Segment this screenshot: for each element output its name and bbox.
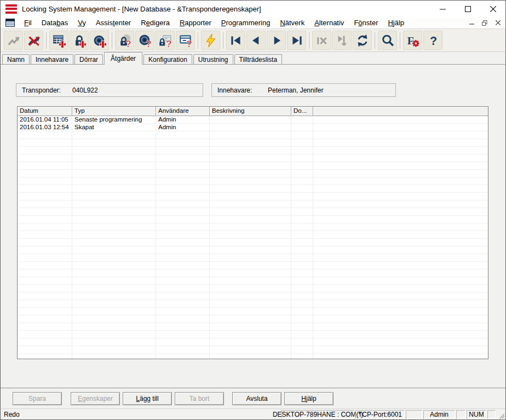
- toolbar-separator: [198, 32, 198, 49]
- table-cell: [291, 185, 313, 192]
- minimize-button[interactable]: [430, 1, 455, 17]
- l-gg-till-button[interactable]: Lägg till: [123, 392, 172, 405]
- table-cell: [18, 300, 72, 307]
- menu-programmering[interactable]: Programmering: [216, 18, 275, 28]
- tab-d-rrar[interactable]: Dörrar: [74, 54, 103, 65]
- tab-namn[interactable]: Namn: [2, 54, 30, 65]
- first-record-button[interactable]: [226, 31, 245, 50]
- add-locking-plan-button[interactable]: [49, 31, 68, 50]
- table-cell: Senaste programmering: [72, 116, 156, 123]
- read-window-button[interactable]: ?: [176, 31, 195, 50]
- read-lock-button[interactable]: ?: [115, 31, 134, 50]
- tab-tilltr-deslista[interactable]: Tillträdeslista: [234, 54, 283, 65]
- tab-utrustning[interactable]: Utrustning: [193, 54, 233, 65]
- menu-hj-lp[interactable]: Hjälp: [383, 18, 409, 28]
- table-cell: [291, 354, 313, 359]
- previous-record-icon: [249, 33, 263, 48]
- mdi-minimize-icon[interactable]: [467, 19, 476, 27]
- table-cell: [291, 254, 313, 261]
- table-cell: [313, 285, 488, 292]
- column-header-beskrivning[interactable]: Beskrivning: [210, 107, 291, 116]
- menu-assistenter[interactable]: Assistenter: [91, 18, 136, 28]
- read-transponder-button[interactable]: ?: [135, 31, 154, 50]
- column-header-typ[interactable]: Typ: [72, 107, 156, 116]
- tab-konfiguration[interactable]: Konfiguration: [143, 54, 192, 65]
- refresh-icon: [355, 33, 370, 48]
- close-button[interactable]: [480, 1, 505, 17]
- help-icon: ?: [426, 33, 440, 48]
- table-cell: [18, 131, 72, 139]
- table-cell: [210, 231, 291, 238]
- table-cell: [291, 116, 313, 123]
- search-button[interactable]: [378, 31, 397, 50]
- table-cell: [18, 338, 72, 346]
- column-header-do-[interactable]: Do...: [291, 107, 313, 116]
- avsluta-button[interactable]: Avsluta: [232, 392, 281, 405]
- tab-innehavare[interactable]: Innehavare: [31, 54, 73, 65]
- toolbar: ????F?: [1, 29, 505, 52]
- table-cell: [210, 300, 291, 307]
- table-row[interactable]: 2016.01.03 12:54SkapatAdmin: [18, 124, 488, 131]
- last-record-button[interactable]: [287, 31, 306, 50]
- menu-vy[interactable]: Vy: [73, 18, 91, 28]
- read-lock-data-button[interactable]: ?: [156, 31, 175, 50]
- table-cell: [291, 300, 313, 307]
- menu-rapporter[interactable]: Rapporter: [175, 18, 216, 28]
- tab--tg-rder[interactable]: Åtgärder: [104, 52, 142, 65]
- menu-n-tverk[interactable]: Nätverk: [275, 18, 309, 28]
- resize-grip[interactable]: [497, 410, 505, 419]
- previous-record-button[interactable]: [246, 31, 266, 50]
- column-header-anv-ndare[interactable]: Användare: [156, 107, 210, 116]
- table-row-empty: [18, 308, 488, 315]
- table-row-empty: [18, 239, 488, 246]
- refresh-button[interactable]: [353, 31, 372, 50]
- maximize-button[interactable]: [455, 1, 480, 17]
- table-cell: [210, 354, 291, 359]
- table-row[interactable]: 2016.01.04 11:05Senaste programmeringAdm…: [18, 116, 488, 124]
- column-header-datum[interactable]: Datum: [18, 107, 72, 116]
- table-cell: [210, 262, 291, 269]
- hj-lp-button[interactable]: Hjälp: [284, 392, 334, 405]
- table-row-empty: [18, 216, 488, 223]
- table-cell: [72, 323, 156, 330]
- spara-button: Spara: [13, 392, 62, 405]
- filter-settings-button[interactable]: F: [403, 31, 422, 50]
- add-lock-button[interactable]: [70, 31, 89, 50]
- table-cell: [313, 124, 488, 131]
- table-cell: [18, 331, 72, 338]
- table-cell: [156, 269, 210, 277]
- column-header-blank[interactable]: [313, 107, 488, 116]
- table-cell: [313, 139, 488, 146]
- table-cell: [210, 116, 291, 123]
- jump-arrow-cancel-button[interactable]: [24, 31, 43, 50]
- table-cell: [313, 162, 488, 169]
- table-row-empty: [18, 292, 488, 300]
- menu-redigera[interactable]: Redigera: [136, 18, 175, 28]
- add-transponder-button[interactable]: [90, 31, 109, 50]
- jump-arrow-cancel-icon: [27, 33, 41, 48]
- table-cell: [291, 239, 313, 246]
- next-record-button[interactable]: [267, 31, 286, 50]
- table-cell: [72, 292, 156, 300]
- menu-alternativ[interactable]: Alternativ: [309, 18, 349, 28]
- status-panel-tcp-port-6001: TCP-Port:6001: [355, 410, 405, 419]
- help-button[interactable]: ?: [423, 31, 442, 50]
- mdi-restore-icon[interactable]: [480, 19, 489, 27]
- menu-databas[interactable]: Databas: [37, 18, 73, 28]
- table-cell: [210, 315, 291, 323]
- program-lightning-button[interactable]: [201, 31, 220, 50]
- table-cell: [291, 223, 313, 231]
- mdi-close-icon[interactable]: [493, 19, 502, 27]
- table-row-empty: [18, 200, 488, 208]
- menu-bar: FilDatabasVyAssistenterRedigeraRapporter…: [1, 17, 505, 29]
- menu-f-nster[interactable]: Fönster: [349, 18, 383, 28]
- next-record-icon: [269, 33, 284, 48]
- table-cell: [313, 246, 488, 254]
- table-cell: [18, 154, 72, 162]
- table-cell: [18, 177, 72, 185]
- table-row-empty: [18, 338, 488, 346]
- table-cell: [18, 315, 72, 323]
- table-cell: [156, 285, 210, 292]
- table-cell: [72, 193, 156, 200]
- menu-fil[interactable]: Fil: [19, 18, 37, 28]
